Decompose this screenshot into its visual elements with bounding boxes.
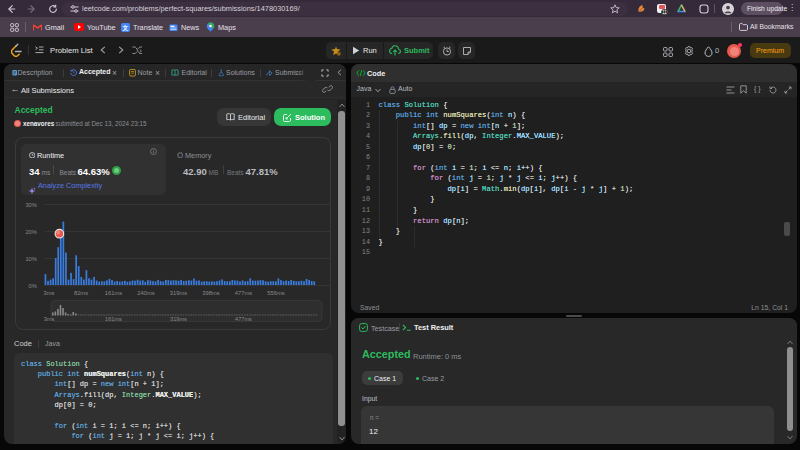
svg-text:477ms: 477ms bbox=[235, 290, 253, 296]
svg-text:10%: 10% bbox=[25, 256, 37, 262]
svg-text:398ms: 398ms bbox=[202, 290, 220, 296]
svg-text:161ms: 161ms bbox=[105, 316, 122, 322]
svg-text:3ms: 3ms bbox=[44, 316, 55, 322]
svg-text:20%: 20% bbox=[25, 229, 37, 235]
svg-text:240ms: 240ms bbox=[137, 290, 155, 296]
svg-text:319ms: 319ms bbox=[170, 316, 187, 322]
svg-text:82ms: 82ms bbox=[74, 290, 88, 296]
svg-text:30%: 30% bbox=[25, 202, 37, 208]
svg-text:0%: 0% bbox=[29, 283, 37, 289]
svg-text:161ms: 161ms bbox=[105, 290, 123, 296]
svg-text:3ms: 3ms bbox=[44, 290, 55, 296]
svg-text:556ms: 556ms bbox=[267, 290, 285, 296]
svg-text:319ms: 319ms bbox=[170, 290, 188, 296]
svg-text:477ms: 477ms bbox=[235, 316, 252, 322]
